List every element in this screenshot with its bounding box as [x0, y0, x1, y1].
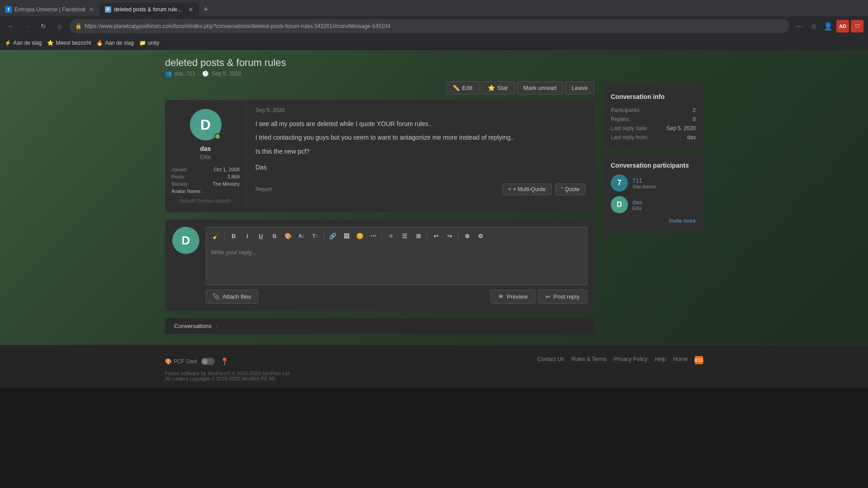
tab2-close[interactable]: ✕: [188, 6, 193, 13]
invite-more-link[interactable]: Invite more: [611, 218, 696, 224]
nav-home-button[interactable]: ⌂: [53, 20, 66, 33]
multi-quote-button[interactable]: + + Multi-Quote: [502, 183, 552, 195]
toolbar-redo[interactable]: ↪: [443, 230, 456, 242]
theme-button[interactable]: 🎨 PCF Dark: [165, 358, 198, 365]
post-reply-button[interactable]: ↩ Post reply: [538, 290, 587, 304]
editor-body[interactable]: Write your reply...: [206, 244, 587, 285]
tab1-favicon: f: [5, 6, 12, 13]
toolbar-insert[interactable]: ⊕: [461, 230, 473, 242]
extension-icon-1[interactable]: AD: [836, 20, 849, 33]
theme-toggle[interactable]: [201, 358, 215, 365]
online-indicator: [214, 133, 221, 140]
breadcrumb[interactable]: Conversations ›: [174, 323, 218, 329]
address-bar[interactable]: 🔒 https://www.planetcalypsoforum.com/for…: [70, 19, 789, 33]
meta-user: das, 711: [175, 70, 195, 77]
url-text: https://www.planetcalypsoforum.com/forum…: [85, 23, 784, 29]
breadcrumb-arrow: ›: [216, 323, 218, 329]
toolbar-list[interactable]: ☰: [398, 230, 411, 242]
author-rank: Elite: [200, 154, 211, 160]
sidebar: Conversation info Participants: 2 Replie…: [604, 50, 703, 336]
main-content: deleted posts & forum rules 👥 das, 711 ·…: [165, 50, 594, 336]
footer-rules[interactable]: Rules & Terms: [571, 356, 607, 364]
toolbar-emoji[interactable]: 😊: [354, 230, 366, 242]
bookmark-2[interactable]: ⭐ Meest bezocht: [47, 40, 91, 46]
tab1-title: Entropia Universe | Facebook: [14, 6, 86, 13]
footer-contact-us[interactable]: Contact Us: [537, 356, 564, 364]
edit-button[interactable]: ✏️ Edit: [446, 81, 479, 94]
toolbar-sep-3: [382, 231, 382, 240]
bookmark2-icon: ⭐: [47, 40, 54, 46]
attach-files-button[interactable]: 📎 Attach files: [206, 290, 258, 304]
toolbar-eraser[interactable]: 🧹: [210, 230, 222, 242]
toolbar-more[interactable]: ···: [367, 230, 380, 242]
bookmark-3[interactable]: 🔥 Aan de slag: [96, 40, 133, 46]
nav-forward-button[interactable]: →: [21, 20, 33, 33]
lock-icon: 🔒: [75, 23, 82, 29]
toolbar-image[interactable]: 🖼: [340, 230, 353, 242]
toolbar-link[interactable]: 🔗: [326, 230, 339, 242]
joined-value: Oct 1, 2008: [214, 167, 240, 172]
bookmark-1[interactable]: ⚡ Aan de slag: [5, 40, 42, 46]
nav-back-button[interactable]: ←: [5, 20, 17, 33]
meta-date: Sep 5, 2020: [212, 70, 241, 77]
toolbar-settings[interactable]: ⚙: [474, 230, 487, 242]
edit-label: Edit: [462, 84, 472, 91]
extension-icon-2[interactable]: 🛡: [851, 20, 863, 33]
reply-avatar: D: [172, 227, 199, 254]
toolbar-color[interactable]: 🎨: [282, 230, 294, 242]
author-name[interactable]: das: [200, 145, 211, 152]
leave-button[interactable]: Leave: [565, 81, 594, 94]
editor-placeholder: Write your reply...: [211, 249, 256, 256]
new-tab-button[interactable]: +: [199, 3, 213, 16]
star-icon: ⭐: [488, 84, 495, 91]
post-actions: Report + + Multi-Quote " Quote: [255, 180, 585, 195]
preview-button[interactable]: 👁 Preview: [491, 290, 535, 304]
toolbar-underline[interactable]: U: [255, 230, 267, 242]
reply-editor: 🧹 B I U S 🎨 A↕ T↑ 🔗 🖼 😊 ···: [206, 227, 587, 304]
posts-value: 3,869: [227, 174, 240, 179]
bookmark-star-icon[interactable]: ☆: [807, 20, 820, 33]
participant-711-name[interactable]: 711: [632, 177, 656, 184]
participant-das-avatar-letter: D: [617, 201, 622, 209]
toolbar-sep-4: [427, 231, 427, 240]
toolbar-strikethrough[interactable]: S: [268, 230, 281, 242]
toolbar-superscript[interactable]: T↑: [309, 230, 321, 242]
mark-unread-button[interactable]: Mark unread: [517, 81, 563, 94]
participant-711-role: Site Admin: [632, 184, 656, 189]
extensions-icon[interactable]: ⋯: [793, 20, 806, 33]
browser-tab-2[interactable]: P deleted posts & forum rules | P... ✕: [99, 3, 199, 16]
last-reply-date-label: Last reply date:: [611, 125, 648, 131]
toolbar-italic[interactable]: I: [241, 230, 254, 242]
stat-joined: Joined: Oct 1, 2008: [171, 166, 240, 173]
toolbar-font-size[interactable]: A↕: [295, 230, 308, 242]
quote-button[interactable]: " Quote: [555, 183, 585, 195]
toolbar-table[interactable]: ⊞: [412, 230, 425, 242]
tab1-close[interactable]: ✕: [89, 6, 94, 13]
profile-icon[interactable]: 👤: [822, 20, 835, 33]
post-reply-label: Post reply: [553, 293, 580, 300]
footer-home[interactable]: Home: [673, 356, 688, 364]
toolbar-undo[interactable]: ↩: [429, 230, 442, 242]
toolbar-align[interactable]: ≡: [385, 230, 397, 242]
quote-label: Quote: [565, 186, 580, 192]
report-link[interactable]: Report: [255, 186, 272, 192]
post-body: Sep 5, 2020 I see all my posts are delet…: [246, 100, 594, 212]
bookmark2-label: Meest bezocht: [56, 40, 91, 46]
rss-icon[interactable]: RSS: [695, 356, 703, 364]
multi-quote-label: + Multi-Quote: [513, 186, 546, 192]
conversation-participants: Conversation participants 7 711 Site Adm…: [604, 155, 703, 231]
nav-reload-button[interactable]: ↻: [37, 20, 50, 33]
participant-das-avatar: D: [611, 196, 628, 213]
star-label: Star: [497, 84, 508, 91]
participant-das-name[interactable]: das: [632, 199, 642, 206]
bookmark1-label: Aan de slag: [13, 40, 42, 46]
multi-quote-icon: +: [508, 186, 511, 192]
star-button[interactable]: ⭐ Star: [481, 81, 515, 94]
toolbar-bold[interactable]: B: [227, 230, 240, 242]
browser-tab-1[interactable]: f Entropia Universe | Facebook ✕: [0, 3, 99, 16]
footer-privacy[interactable]: Privacy Policy: [614, 356, 648, 364]
bookmark-4[interactable]: 📁 unity: [139, 40, 159, 46]
location-icon[interactable]: 📍: [218, 355, 231, 368]
footer-help[interactable]: Help: [655, 356, 666, 364]
nav-icons: ⋯ ☆ 👤 AD 🛡: [793, 20, 863, 33]
